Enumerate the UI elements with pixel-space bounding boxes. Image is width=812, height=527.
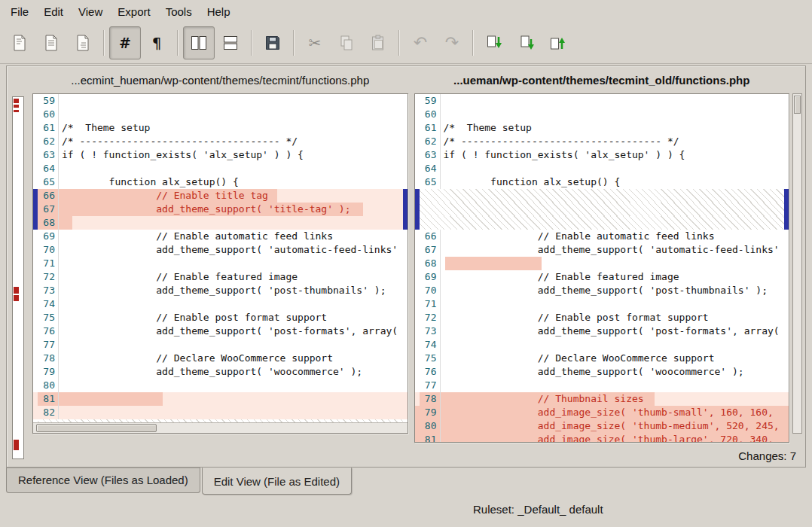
code-line[interactable]: 73 add_theme_support( 'post-formats', ar… [415,324,789,338]
merge-from-left-button[interactable] [478,26,510,59]
horizontal-scrollbar-thumb[interactable] [36,424,157,432]
code-line[interactable]: 62/* ---------------------------------- … [33,135,408,148]
vertical-scrollbar[interactable] [792,93,802,434]
code-line[interactable]: 81 [33,392,408,406]
code-line[interactable]: 80 add_image_size( 'thumb-medium', 520, … [415,419,789,433]
code-line[interactable]: 69 // Enable automatic feed links [33,230,408,243]
code-line[interactable]: 77 [33,338,408,352]
change-marker [784,189,789,203]
code-line[interactable]: 66 // Enable automatic feed links [415,230,789,243]
line-number: 74 [38,297,59,311]
code-line[interactable]: 82 [33,406,408,419]
code-line[interactable]: 79 add_image_size( 'thumb-small', 160, 1… [415,406,789,419]
paste-button[interactable] [362,26,394,59]
tab-reference-view[interactable]: Reference View (Files as Loaded) [6,468,200,493]
page-view-2-button[interactable] [35,26,67,59]
code-text [59,392,403,406]
menu-item-view[interactable]: View [71,2,110,21]
horizontal-split-button[interactable] [215,26,246,59]
undo-button[interactable]: ↶ [404,26,436,59]
page-view-1-button[interactable] [4,26,35,59]
code-line[interactable]: 59 [33,94,408,108]
code-line[interactable]: 76 add_theme_support( 'post-formats', ar… [33,324,408,338]
code-line[interactable]: 78 // Thumbnail sizes [415,392,789,406]
toolbar-separator [398,30,400,56]
change-marker [784,257,789,270]
merge-from-right-button[interactable] [510,26,542,59]
code-line[interactable]: 60 [415,108,789,121]
code-line[interactable]: 76 add_theme_support( 'woocommerce' ); [415,365,789,379]
code-line[interactable]: 81 add_image_size( 'thumb-large', 720, 3… [415,433,789,442]
code-line[interactable]: 72 // Enable post format support [415,311,789,324]
line-number: 71 [420,297,441,311]
code-text: add_image_size( 'thumb-large', 720, 340, [441,433,785,442]
code-line[interactable]: 73 add_theme_support( 'post-thumbnails' … [33,284,408,297]
code-line[interactable]: 72 // Enable featured image [33,270,408,284]
change-marker [784,135,789,148]
change-marker [784,270,789,284]
line-number: 62 [38,135,59,148]
tab-edit-view[interactable]: Edit View (File as Edited) [202,468,352,495]
code-line[interactable]: 71 [415,297,789,311]
paste-icon [368,33,388,53]
filler-line[interactable] [415,189,789,203]
cut-button[interactable]: ✂ [299,26,331,59]
line-number: 70 [420,284,441,297]
code-line[interactable]: 63if ( ! function_exists( 'alx_setup' ) … [415,148,789,162]
code-line[interactable]: 79 add_theme_support( 'woocommerce' ); [33,365,408,379]
code-line[interactable]: 69 // Enable featured image [415,270,789,284]
code-line[interactable]: 61/* Theme setup [415,121,789,135]
line-number: 67 [420,243,441,257]
code-line[interactable]: 70 add_theme_support( 'post-thumbnails' … [415,284,789,297]
toggle-line-numbers-button[interactable]: # [109,26,141,59]
right-pane-body[interactable]: 596061/* Theme setup62/* ---------------… [414,93,790,443]
code-line[interactable]: 61/* Theme setup [33,121,408,135]
filler-line[interactable] [415,203,789,216]
left-pane-body[interactable]: 596061/* Theme setup62/* ---------------… [32,93,408,434]
code-line[interactable]: 80 [33,379,408,392]
code-line[interactable]: 68 [33,216,408,230]
change-marker [403,94,408,108]
menu-item-tools[interactable]: Tools [158,2,200,21]
code-line[interactable]: 70 add_theme_support( 'automatic-feed-li… [33,243,408,257]
code-line[interactable]: 75 // Enable post format support [33,311,408,324]
code-line[interactable]: 67 add_theme_support( 'title-tag' ); [33,203,408,216]
code-line[interactable]: 65 function alx_setup() { [415,175,789,189]
code-line[interactable]: 74 [33,297,408,311]
line-number: 78 [420,392,441,406]
page-lines-top-icon [10,33,29,53]
code-line[interactable]: 74 [415,338,789,352]
toggle-whitespace-button[interactable]: ¶ [141,26,172,59]
vertical-split-button[interactable] [183,26,215,59]
vertical-scrollbar-thumb[interactable] [794,96,801,114]
code-line[interactable]: 62/* ---------------------------------- … [415,135,789,148]
code-line[interactable]: 78 // Declare WooCommerce support [33,352,408,365]
code-line[interactable]: 75 // Declare WooCommerce support [415,352,789,365]
menu-item-file[interactable]: File [3,2,36,21]
code-line[interactable]: 68 [415,257,789,270]
left-horizontal-scrollbar[interactable] [33,422,408,433]
code-line[interactable]: 63if ( ! function_exists( 'alx_setup' ) … [33,148,408,162]
code-line[interactable]: 65 function alx_setup() { [33,175,408,189]
change-marker [403,189,408,203]
code-line[interactable]: 67 add_theme_support( 'automatic-feed-li… [415,243,789,257]
menu-item-help[interactable]: Help [200,2,238,21]
page-view-3-button[interactable] [67,26,99,59]
redo-button[interactable]: ↷ [436,26,468,59]
code-line[interactable]: 66 // Enable title tag [33,189,408,203]
menu-item-edit[interactable]: Edit [36,2,71,21]
change-marker [403,135,408,148]
code-line[interactable]: 71 [33,257,408,270]
filler-line[interactable] [415,216,789,230]
code-line[interactable]: 77 [415,379,789,392]
save-button[interactable] [257,26,288,59]
code-line[interactable]: 64 [33,162,408,175]
code-line[interactable]: 64 [415,162,789,175]
change-marker [403,392,408,406]
copy-button[interactable] [331,26,362,59]
code-line[interactable]: 60 [33,108,408,121]
diff-overview-map[interactable] [12,96,24,459]
menu-item-export[interactable]: Export [110,2,157,21]
merge-remove-button[interactable] [542,26,573,59]
code-line[interactable]: 59 [415,94,789,108]
